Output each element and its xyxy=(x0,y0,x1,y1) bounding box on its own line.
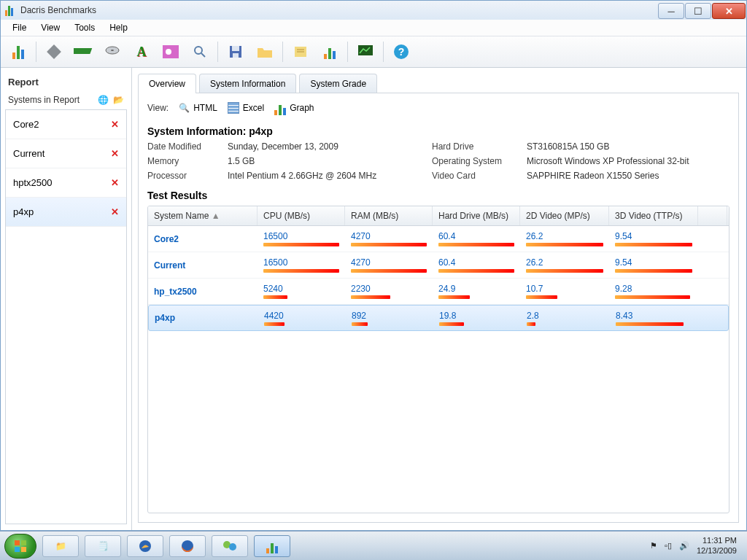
results-row[interactable]: p4xp442089219.82.88.43 xyxy=(148,305,729,331)
notes-icon: 🗒️ xyxy=(98,541,109,551)
cell-value: 2.8 xyxy=(527,311,604,321)
svg-rect-1 xyxy=(74,48,92,54)
svg-rect-19 xyxy=(21,540,26,545)
app-icon xyxy=(5,4,17,16)
sidebar-section: Systems in Report xyxy=(8,95,80,105)
open-folder-icon[interactable]: 📂 xyxy=(113,95,124,105)
search-icon[interactable] xyxy=(185,39,214,65)
network-icon[interactable]: ▫▯ xyxy=(665,541,672,551)
value-proc: Intel Pentium 4 2.66GHz @ 2604 MHz xyxy=(228,171,432,181)
remove-icon[interactable]: ✕ xyxy=(111,206,119,217)
label-os: Operating System xyxy=(432,156,527,166)
system-name: p4xp xyxy=(13,206,34,217)
ram-icon[interactable] xyxy=(69,39,98,65)
start-button[interactable] xyxy=(4,534,36,559)
menu-view[interactable]: View xyxy=(34,21,67,34)
system-row[interactable]: hptx2500✕ xyxy=(6,168,126,198)
benchmarks-icon[interactable] xyxy=(4,39,33,65)
task-dacris[interactable] xyxy=(254,535,290,557)
folder-icon[interactable] xyxy=(250,39,279,65)
task-firefox[interactable] xyxy=(169,535,206,557)
value-mem: 1.5 GB xyxy=(228,156,432,166)
titlebar[interactable]: Dacris Benchmarks ─ ☐ ✕ xyxy=(1,1,746,20)
results-heading: Test Results xyxy=(147,185,729,206)
tab-grade[interactable]: System Grade xyxy=(299,74,377,93)
font-icon[interactable]: A xyxy=(127,39,156,65)
cell-value: 4420 xyxy=(264,311,340,321)
sidebar: Report Systems in Report 🌐 📂 Core2✕ Curr… xyxy=(1,68,132,530)
menu-file[interactable]: File xyxy=(5,21,34,34)
system-tray[interactable]: ⚑ ▫▯ 🔊 11:31 PM 12/13/2009 xyxy=(650,536,743,555)
task-notes[interactable]: 🗒️ xyxy=(85,535,121,557)
sysinfo-grid: Date ModifiedSunday, December 13, 2009 H… xyxy=(147,141,729,185)
save-icon[interactable] xyxy=(221,39,250,65)
menu-help[interactable]: Help xyxy=(102,21,135,34)
svg-line-7 xyxy=(201,53,205,57)
hdd-icon[interactable] xyxy=(98,39,127,65)
minimize-button[interactable]: ─ xyxy=(658,3,684,19)
excel-icon xyxy=(228,102,239,114)
remove-icon[interactable]: ✕ xyxy=(111,148,119,159)
html-icon: 🔍 xyxy=(179,103,190,113)
svg-rect-21 xyxy=(21,547,26,552)
2dvideo-icon[interactable] xyxy=(156,39,185,65)
cell-value: 19.8 xyxy=(439,311,515,321)
svg-rect-20 xyxy=(15,547,20,552)
svg-point-25 xyxy=(229,543,236,551)
cell-value: 4270 xyxy=(351,257,427,268)
cpu-icon[interactable] xyxy=(39,39,69,65)
cell-value: 60.4 xyxy=(438,231,514,241)
menu-tools[interactable]: Tools xyxy=(67,21,102,34)
label-mem: Memory xyxy=(147,156,228,166)
toolbar: A ? xyxy=(1,36,746,68)
cell-value: 16500 xyxy=(263,231,339,241)
view-graph-button[interactable]: Graph xyxy=(274,101,314,115)
remove-icon[interactable]: ✕ xyxy=(111,177,119,188)
label-proc: Processor xyxy=(147,171,228,181)
cell-value: 60.4 xyxy=(438,257,514,268)
help-icon[interactable]: ? xyxy=(387,39,416,65)
tab-overview[interactable]: Overview xyxy=(138,74,196,93)
cell-value: 26.2 xyxy=(526,231,603,241)
svg-rect-9 xyxy=(232,46,239,51)
view-html-button[interactable]: 🔍HTML xyxy=(179,103,217,113)
cell-value: 10.7 xyxy=(526,284,603,294)
taskbar[interactable]: 📁 🗒️ ⚑ ▫▯ 🔊 11:31 PM 12/13/2009 xyxy=(0,531,747,560)
flag-icon[interactable]: ⚑ xyxy=(650,541,657,551)
task-thunderbird[interactable] xyxy=(127,535,163,557)
sidebar-title: Report xyxy=(5,74,127,95)
tab-sysinfo[interactable]: System Information xyxy=(199,74,296,93)
monitor-icon[interactable] xyxy=(351,39,380,65)
results-header[interactable]: System Name ▲ CPU (MB/s) RAM (MB/s) Hard… xyxy=(148,206,729,226)
svg-point-3 xyxy=(111,50,114,51)
system-row[interactable]: Current✕ xyxy=(6,139,126,168)
chart-icon[interactable] xyxy=(315,39,344,65)
system-name: Core2 xyxy=(13,119,39,130)
task-messenger[interactable] xyxy=(212,535,248,557)
cell-value: 5240 xyxy=(263,284,339,294)
results-row[interactable]: hp_tx25005240223024.910.79.28 xyxy=(148,279,729,305)
volume-icon[interactable]: 🔊 xyxy=(679,541,689,551)
globe-icon[interactable]: 🌐 xyxy=(98,95,109,105)
label-hd: Hard Drive xyxy=(432,141,527,152)
maximize-button[interactable]: ☐ xyxy=(685,3,711,19)
system-row[interactable]: Core2✕ xyxy=(6,110,126,139)
label-vid: Video Card xyxy=(432,171,527,181)
system-row[interactable]: p4xp✕ xyxy=(6,198,126,227)
cell-value: 9.28 xyxy=(615,284,692,294)
results-row[interactable]: Current16500427060.426.29.54 xyxy=(148,252,729,279)
view-excel-button[interactable]: Excel xyxy=(228,102,264,114)
notes-icon[interactable] xyxy=(286,39,315,65)
task-explorer[interactable]: 📁 xyxy=(42,535,79,557)
row-system-name: hp_tx2500 xyxy=(148,287,258,297)
app-title: Dacris Benchmarks xyxy=(20,5,96,15)
graph-icon xyxy=(274,101,286,115)
clock[interactable]: 11:31 PM 12/13/2009 xyxy=(697,536,737,555)
cell-value: 16500 xyxy=(263,257,339,268)
cell-value: 24.9 xyxy=(438,284,514,294)
cell-value: 892 xyxy=(352,311,427,321)
value-hd: ST3160815A 150 GB xyxy=(527,141,716,152)
results-row[interactable]: Core216500427060.426.29.54 xyxy=(148,226,729,252)
remove-icon[interactable]: ✕ xyxy=(111,119,119,130)
close-button[interactable]: ✕ xyxy=(712,3,746,19)
